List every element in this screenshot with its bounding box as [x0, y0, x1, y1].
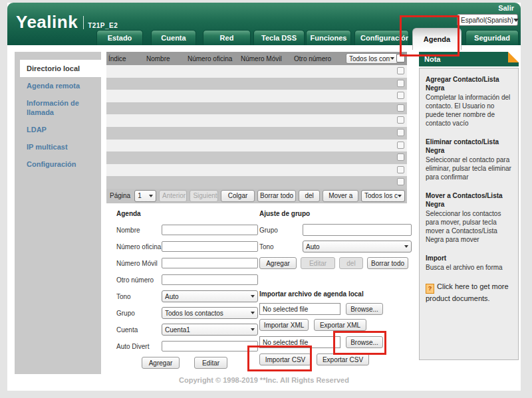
col-otro-numero: Otro número [294, 55, 331, 62]
folded-corner-icon [508, 52, 519, 62]
row-checkbox[interactable] [397, 153, 404, 161]
import-xml-button[interactable]: Importar XML [259, 319, 309, 331]
export-csv-button[interactable]: Exportar CSV [317, 353, 369, 365]
note-text: Seleciconar el contacto para eliminar, p… [426, 155, 513, 181]
ring-tone-label: Tono [116, 293, 162, 300]
move-group-select[interactable]: Todos los contactos [361, 190, 405, 202]
tab-red[interactable]: Red [203, 30, 251, 45]
table-row [106, 151, 407, 164]
sidebar-item-directorio-local[interactable]: Directorio local [20, 60, 101, 77]
row-checkbox[interactable] [397, 92, 404, 99]
group-filter-select[interactable]: Todos los contactos [346, 53, 398, 64]
tab-seguridad[interactable]: Seguridad [466, 30, 519, 45]
delete-button[interactable]: del [299, 190, 321, 202]
table-row [106, 65, 407, 78]
chevron-down-icon [149, 195, 153, 197]
name-field[interactable] [162, 225, 258, 235]
select-all-checkbox[interactable] [396, 54, 405, 62]
language-select-value: Español(Spanish) [461, 17, 513, 24]
col-numero-oficina: Número oficina [188, 55, 232, 62]
xml-file-input[interactable]: No selected file [259, 303, 340, 315]
logo-divider [83, 16, 84, 29]
sidebar-item-ip-multicast[interactable]: IP multicast [20, 138, 101, 155]
product-docs-link-text: Click here to get more product documents… [426, 282, 509, 302]
row-checkbox[interactable] [397, 67, 404, 74]
note-panel-header: Nota [419, 52, 519, 66]
chevron-down-icon [390, 57, 394, 60]
logout-link[interactable]: Salir [498, 4, 514, 12]
group-select[interactable]: Todos los contactos [162, 307, 258, 319]
tab-agenda[interactable]: Agenda [412, 28, 462, 50]
csv-file-input[interactable]: No selected file [259, 336, 340, 348]
group-form-title: Ajuste de grupo [259, 210, 412, 217]
contact-form-title: Agenda [116, 210, 258, 217]
page-select[interactable]: 1 [134, 190, 156, 202]
other-number-field[interactable] [162, 274, 258, 285]
account-select-value: Cuenta1 [165, 326, 190, 334]
tab-cuenta[interactable]: Cuenta [151, 30, 196, 45]
contact-add-button[interactable]: Agregar [142, 357, 180, 369]
row-checkbox[interactable] [397, 166, 404, 173]
contact-rows [106, 65, 407, 189]
tab-tecla-dss[interactable]: Tecla DSS [253, 30, 305, 45]
mobile-number-field[interactable] [162, 258, 258, 268]
delete-all-button[interactable]: Borrar todo [257, 190, 295, 202]
language-select[interactable]: Español(Spanish) [457, 14, 518, 26]
group-filter-value: Todos los contactos [349, 55, 390, 62]
row-checkbox[interactable] [397, 116, 404, 124]
group-add-button[interactable]: Agregar [259, 257, 297, 269]
sidebar-item-configuracion[interactable]: Configuración [20, 155, 101, 173]
table-row [106, 127, 407, 140]
logo-text: Yealink [16, 13, 78, 31]
mobile-number-label: Número Móvil [116, 260, 162, 267]
chevron-down-icon [251, 312, 255, 314]
note-heading: Eliminar contacto/Lista Negra [426, 138, 513, 155]
table-row [106, 140, 407, 152]
product-docs-link[interactable]: ?Click here to get more product document… [426, 282, 513, 304]
contact-edit-button[interactable]: Editar [194, 357, 227, 369]
copyright-text: Copyright © 1998-2019 **Inc. All Rights … [7, 376, 521, 384]
row-checkbox[interactable] [397, 104, 404, 112]
contacts-table-header: Índice Nombre Número oficina Número Móvi… [106, 52, 407, 65]
row-checkbox[interactable] [397, 178, 404, 185]
account-select[interactable]: Cuenta1 [162, 324, 258, 336]
tab-configuracion[interactable]: Configuración [354, 30, 409, 45]
xml-browse-button[interactable]: Browse... [346, 303, 383, 315]
tab-funciones[interactable]: Funciones [306, 30, 351, 45]
tab-estado[interactable]: Estado [96, 30, 143, 45]
contacts-table: Índice Nombre Número oficina Número Móvi… [106, 52, 407, 203]
group-delete-all-button[interactable]: Borrar todo [367, 257, 408, 269]
page-container: Salir Yealink T21P_E2 Español(Spanish) E… [7, 3, 521, 391]
row-checkbox[interactable] [397, 142, 404, 149]
office-number-label: Número oficina [116, 243, 162, 250]
sidebar-item-agenda-remota[interactable]: Agenda remota [20, 77, 101, 94]
table-row [106, 78, 407, 90]
prev-page-button: Anterior [159, 190, 187, 202]
row-checkbox[interactable] [397, 129, 404, 136]
note-panel-body: Agregar Contacto/Lista Negra Completar l… [419, 68, 519, 360]
export-xml-button[interactable]: Exportar XML [314, 319, 366, 331]
contact-form: Agenda Nombre Número oficina Número Móvi… [116, 210, 258, 369]
hangup-button[interactable]: Colgar [221, 190, 255, 202]
pagination-bar: Página 1 Anterior Siguiente Colgar Borra… [106, 189, 407, 203]
group-name-field[interactable] [303, 224, 412, 236]
table-row [106, 164, 407, 177]
ring-tone-select[interactable]: Auto [162, 290, 258, 302]
ring-tone-select-value: Auto [165, 293, 179, 300]
auto-divert-field[interactable] [162, 341, 258, 351]
import-csv-button[interactable]: Importar CSV [259, 353, 311, 365]
group-ring-select[interactable]: Auto [303, 241, 412, 252]
col-indice: Índice [108, 55, 126, 62]
sidebar-item-informacion-de-llamada[interactable]: Información de llamada [20, 94, 101, 121]
sidebar-item-ldap[interactable]: LDAP [20, 121, 101, 138]
row-checkbox[interactable] [397, 80, 404, 87]
chevron-down-icon [398, 195, 402, 197]
import-section-title: Importar archivo de agenda local [259, 290, 412, 298]
group-select-value: Todos los contactos [165, 310, 223, 317]
office-number-field[interactable] [162, 241, 258, 252]
csv-browse-button[interactable]: Browse... [346, 336, 383, 348]
chevron-down-icon [513, 19, 519, 22]
move-to-button[interactable]: Mover a [323, 190, 358, 202]
model-label: T21P_E2 [88, 22, 118, 29]
help-doc-icon: ? [426, 284, 434, 294]
